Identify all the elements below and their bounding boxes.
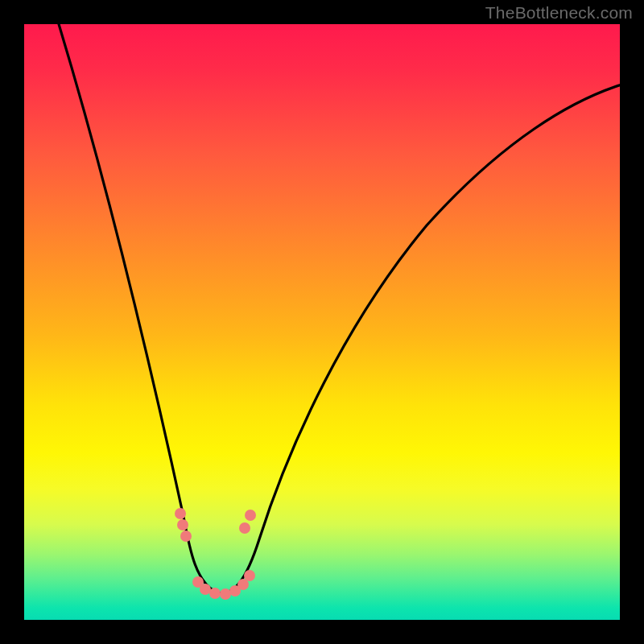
chart-stage: TheBottleneck.com [0, 0, 644, 644]
bottleneck-curve [56, 24, 620, 593]
marker-dot [200, 584, 211, 595]
marker-dot [175, 508, 186, 519]
marker-dot [177, 519, 188, 530]
marker-dot [220, 588, 231, 600]
plot-area [24, 24, 620, 620]
valley-marker-dots [175, 508, 256, 600]
marker-dot [245, 510, 256, 521]
marker-dot [209, 588, 221, 599]
watermark-text: TheBottleneck.com [485, 3, 633, 23]
marker-dot [180, 530, 192, 542]
plot-frame [24, 24, 620, 620]
curve-layer [24, 24, 620, 620]
marker-dot [239, 522, 250, 534]
marker-dot [244, 570, 255, 581]
